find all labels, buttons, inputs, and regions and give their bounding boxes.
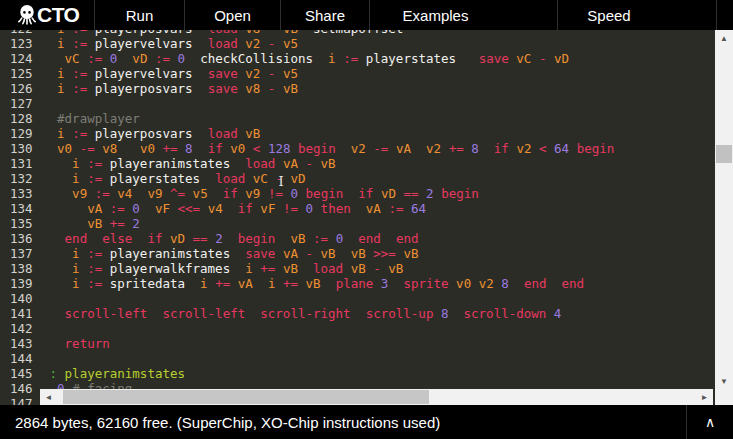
- code-line[interactable]: 132 i := playerstates load vC - vD: [0, 171, 614, 186]
- code-line[interactable]: 124 vC := 0 vD := 0 checkCollisions i :=…: [0, 51, 614, 66]
- line-number: 142: [0, 321, 42, 336]
- line-number: 130: [0, 141, 42, 156]
- status-bar: 2864 bytes, 62160 free. (SuperChip, XO-C…: [0, 405, 733, 439]
- open-label: Open: [214, 7, 251, 24]
- speed-button[interactable]: Speed: [557, 0, 716, 30]
- line-number: 133: [0, 186, 42, 201]
- code-text: i := playerposvars save v8 - vB: [42, 81, 298, 96]
- line-number: 139: [0, 276, 42, 291]
- line-number: 126: [0, 81, 42, 96]
- line-number: 138: [0, 261, 42, 276]
- scrollbar-corner: [715, 390, 733, 405]
- code-line[interactable]: 135 vB += 2: [0, 216, 614, 231]
- code-line[interactable]: 129 i := playerposvars load vB: [0, 126, 614, 141]
- line-number: 143: [0, 336, 42, 351]
- code-line[interactable]: 134 vA := 0 vF <<= v4 if vF != 0 then vA…: [0, 201, 614, 216]
- line-number: 147: [0, 396, 42, 405]
- run-button[interactable]: Run: [94, 0, 184, 30]
- code-line[interactable]: 127: [0, 96, 614, 111]
- line-number: 123: [0, 36, 42, 51]
- code-text: i := playervelvars load v2 - v5: [42, 36, 298, 51]
- navbar-divider: [716, 0, 717, 30]
- speed-label: Speed: [587, 7, 630, 24]
- top-navbar: CTO Run Open Share Examples Speed: [0, 0, 733, 30]
- line-number: 134: [0, 201, 42, 216]
- code-line[interactable]: 141 scroll-left scroll-left scroll-right…: [0, 306, 614, 321]
- line-number: 124: [0, 51, 42, 66]
- code-text: i := playeranimstates save vA - vB vB >>…: [42, 246, 418, 261]
- line-number: 145: [0, 366, 42, 381]
- line-number: 125: [0, 66, 42, 81]
- run-label: Run: [126, 7, 154, 24]
- examples-button[interactable]: Examples: [369, 0, 557, 30]
- caret-up-icon: ∧: [705, 414, 715, 430]
- code-line[interactable]: 126 i := playerposvars save v8 - vB: [0, 81, 614, 96]
- line-number: 146: [0, 381, 42, 396]
- code-text: v0 -= v8 v0 += 8 if v0 < 128 begin v2 -=…: [42, 141, 614, 156]
- open-button[interactable]: Open: [184, 0, 280, 30]
- code-editor[interactable]: 122 i := playerposvars load v8 - vB setm…: [0, 30, 733, 405]
- vertical-scrollbar[interactable]: ▲ ▼: [715, 30, 733, 390]
- code-line[interactable]: 133 v9 := v4 v9 ^= v5 if v9 != 0 begin i…: [0, 186, 614, 201]
- line-number: 127: [0, 96, 42, 111]
- line-number: 128: [0, 111, 42, 126]
- octo-logo: CTO: [18, 2, 79, 28]
- vertical-scrollbar-thumb[interactable]: [716, 145, 732, 163]
- line-number: 129: [0, 126, 42, 141]
- code-text: : playeranimstates: [42, 366, 185, 381]
- scroll-right-arrow-icon[interactable]: ►: [697, 389, 712, 405]
- code-line[interactable]: 142: [0, 321, 614, 336]
- code-text: i := spritedata i += vA i += vB plane 3 …: [42, 276, 584, 291]
- code-line[interactable]: 145 : playeranimstates: [0, 366, 614, 381]
- line-number: 135: [0, 216, 42, 231]
- code-lines: 122 i := playerposvars load v8 - vB setm…: [0, 30, 614, 405]
- code-text: i := playeranimstates load vA - vB: [42, 156, 336, 171]
- scroll-left-arrow-icon[interactable]: ◄: [41, 389, 56, 405]
- line-number: 140: [0, 291, 42, 306]
- horizontal-scrollbar-thumb[interactable]: [63, 390, 429, 404]
- code-text: #drawplayer: [42, 111, 140, 126]
- line-number: 136: [0, 231, 42, 246]
- octopus-icon: [18, 3, 36, 27]
- scroll-up-arrow-icon[interactable]: ▲: [715, 31, 733, 46]
- panel-collapse-toggle[interactable]: ∧: [687, 405, 733, 439]
- line-number: 132: [0, 171, 42, 186]
- code-text: vC := 0 vD := 0 checkCollisions i := pla…: [42, 51, 569, 66]
- code-text: i := playervelvars save v2 - v5: [42, 66, 298, 81]
- share-button[interactable]: Share: [280, 0, 369, 30]
- line-number: 137: [0, 246, 42, 261]
- code-line[interactable]: 143 return: [0, 336, 614, 351]
- code-text: vB += 2: [42, 216, 140, 231]
- code-line[interactable]: 123 i := playervelvars load v2 - v5: [0, 36, 614, 51]
- code-line[interactable]: 138 i := playerwalkframes i += vB load v…: [0, 261, 614, 276]
- code-text: i := playerposvars load vB: [42, 126, 260, 141]
- status-text: 2864 bytes, 62160 free. (SuperChip, XO-C…: [15, 405, 440, 439]
- code-line[interactable]: 137 i := playeranimstates save vA - vB v…: [0, 246, 614, 261]
- code-text: return: [42, 336, 110, 351]
- horizontal-scrollbar[interactable]: ◄ ►: [40, 389, 713, 405]
- code-text: scroll-left scroll-left scroll-right scr…: [42, 306, 561, 321]
- code-line[interactable]: 128 #drawplayer: [0, 111, 614, 126]
- share-label: Share: [305, 7, 345, 24]
- code-line[interactable]: 136 end else if vD == 2 begin vB := 0 en…: [0, 231, 614, 246]
- code-text: end else if vD == 2 begin vB := 0 end en…: [42, 231, 418, 246]
- code-text: vA := 0 vF <<= v4 if vF != 0 then vA := …: [42, 201, 426, 216]
- code-text: v9 := v4 v9 ^= v5 if v9 != 0 begin if vD…: [42, 186, 479, 201]
- scroll-down-arrow-icon[interactable]: ▼: [715, 374, 733, 389]
- examples-label: Examples: [403, 7, 469, 24]
- code-line[interactable]: 130 v0 -= v8 v0 += 8 if v0 < 128 begin v…: [0, 141, 614, 156]
- line-number: 131: [0, 156, 42, 171]
- text-cursor-icon: I: [276, 175, 286, 189]
- code-line[interactable]: 125 i := playervelvars save v2 - v5: [0, 66, 614, 81]
- logo-text: CTO: [37, 3, 79, 27]
- code-line[interactable]: 140: [0, 291, 614, 306]
- code-text: i := playerstates load vC - vD: [42, 171, 306, 186]
- code-line[interactable]: 139 i := spritedata i += vA i += vB plan…: [0, 276, 614, 291]
- code-text: i := playerwalkframes i += vB load vB - …: [42, 261, 403, 276]
- code-line[interactable]: 131 i := playeranimstates load vA - vB: [0, 156, 614, 171]
- line-number: 144: [0, 351, 42, 366]
- code-line[interactable]: 144: [0, 351, 614, 366]
- line-number: 141: [0, 306, 42, 321]
